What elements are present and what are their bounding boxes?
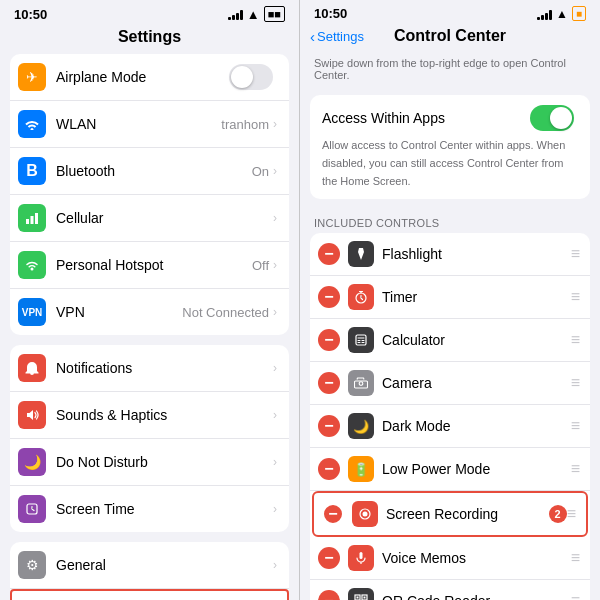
cellular-label: Cellular	[56, 210, 273, 226]
notifications-chevron: ›	[273, 361, 277, 375]
timer-control-row[interactable]: − Timer ≡	[310, 276, 590, 319]
qrcode-control-row[interactable]: − QR Code Reader ≡	[310, 580, 590, 600]
general-icon: ⚙	[18, 551, 46, 579]
access-within-apps-box: Access Within Apps Allow access to Contr…	[310, 95, 590, 199]
left-time: 10:50	[14, 7, 47, 22]
lowpower-control-row[interactable]: − 🔋 Low Power Mode ≡	[310, 448, 590, 491]
cellular-row[interactable]: Cellular ›	[10, 195, 289, 242]
vpn-value: Not Connected	[182, 305, 269, 320]
darkmode-control-row[interactable]: − 🌙 Dark Mode ≡	[310, 405, 590, 448]
vpn-row[interactable]: VPN VPN Not Connected ›	[10, 289, 289, 335]
right-panel: 10:50 ▲ ■ ‹ Settings Control Center Swip…	[300, 0, 600, 600]
camera-drag-handle[interactable]: ≡	[571, 374, 580, 392]
wlan-value: tranhom	[221, 117, 269, 132]
calculator-remove-btn[interactable]: −	[318, 329, 340, 351]
right-status-icons: ▲ ■	[537, 6, 586, 21]
hotspot-label: Personal Hotspot	[56, 257, 252, 273]
access-desc: Allow access to Control Center within ap…	[322, 139, 565, 187]
hotspot-value: Off	[252, 258, 269, 273]
qrcode-remove-btn[interactable]: −	[318, 590, 340, 600]
sounds-label: Sounds & Haptics	[56, 407, 273, 423]
hotspot-row[interactable]: Personal Hotspot Off ›	[10, 242, 289, 289]
calculator-control-row[interactable]: − Calculator ≡	[310, 319, 590, 362]
vpn-chevron: ›	[273, 305, 277, 319]
voicememo-icon	[348, 545, 374, 571]
darkmode-remove-btn[interactable]: −	[318, 415, 340, 437]
camera-icon	[348, 370, 374, 396]
screenrec-icon	[352, 501, 378, 527]
notifications-label: Notifications	[56, 360, 273, 376]
timer-drag-handle[interactable]: ≡	[571, 288, 580, 306]
wlan-row[interactable]: WLAN tranhom ›	[10, 101, 289, 148]
flashlight-drag-handle[interactable]: ≡	[571, 245, 580, 263]
flashlight-remove-btn[interactable]: −	[318, 243, 340, 265]
notifications-row[interactable]: Notifications ›	[10, 345, 289, 392]
screentime-row[interactable]: Screen Time ›	[10, 486, 289, 532]
timer-remove-btn[interactable]: −	[318, 286, 340, 308]
controlcenter-row[interactable]: Control Center 1 ›	[10, 589, 289, 600]
back-label: Settings	[317, 29, 364, 44]
svg-point-17	[363, 512, 368, 517]
screentime-chevron: ›	[273, 502, 277, 516]
screenrec-badge: 2	[549, 505, 567, 523]
calculator-icon	[348, 327, 374, 353]
flashlight-icon	[348, 241, 374, 267]
svg-rect-14	[356, 335, 366, 345]
dnd-row[interactable]: 🌙 Do Not Disturb ›	[10, 439, 289, 486]
bluetooth-row[interactable]: B Bluetooth On ›	[10, 148, 289, 195]
right-battery-icon: ■	[572, 6, 586, 21]
svg-rect-24	[364, 597, 366, 599]
lowpower-drag-handle[interactable]: ≡	[571, 460, 580, 478]
notifications-icon	[18, 354, 46, 382]
darkmode-drag-handle[interactable]: ≡	[571, 417, 580, 435]
voicememo-remove-btn[interactable]: −	[318, 547, 340, 569]
screenrec-control-row[interactable]: − Screen Recording 2 ≡	[312, 491, 588, 537]
dnd-label: Do Not Disturb	[56, 454, 273, 470]
bluetooth-icon: B	[18, 157, 46, 185]
sounds-row[interactable]: Sounds & Haptics ›	[10, 392, 289, 439]
general-row[interactable]: ⚙ General ›	[10, 542, 289, 589]
camera-remove-btn[interactable]: −	[318, 372, 340, 394]
qrcode-icon	[348, 588, 374, 600]
flashlight-control-row[interactable]: − Flashlight ≡	[310, 233, 590, 276]
left-status-bar: 10:50 ▲ ■■	[0, 0, 299, 26]
darkmode-icon: 🌙	[348, 413, 374, 439]
timer-label: Timer	[382, 289, 571, 305]
voicememo-label: Voice Memos	[382, 550, 571, 566]
lowpower-icon: 🔋	[348, 456, 374, 482]
wlan-icon	[18, 110, 46, 138]
airplane-toggle[interactable]	[229, 64, 273, 90]
access-row: Access Within Apps	[322, 105, 578, 131]
left-status-icons: ▲ ■■	[228, 6, 285, 22]
general-label: General	[56, 557, 273, 573]
voicememo-control-row[interactable]: − Voice Memos ≡	[310, 537, 590, 580]
access-toggle[interactable]	[530, 105, 574, 131]
camera-label: Camera	[382, 375, 571, 391]
general-chevron: ›	[273, 558, 277, 572]
camera-control-row[interactable]: − Camera ≡	[310, 362, 590, 405]
dnd-icon: 🌙	[18, 448, 46, 476]
left-panel-title: Settings	[0, 26, 299, 54]
calculator-label: Calculator	[382, 332, 571, 348]
nav-bar: ‹ Settings Control Center	[300, 25, 600, 51]
qrcode-drag-handle[interactable]: ≡	[571, 592, 580, 600]
dnd-chevron: ›	[273, 455, 277, 469]
system1-group: Notifications › Sounds & Haptics › 🌙 Do …	[10, 345, 289, 532]
airplane-icon: ✈	[18, 63, 46, 91]
right-panel-title: Control Center	[394, 27, 506, 45]
right-time: 10:50	[314, 6, 347, 21]
back-button[interactable]: ‹ Settings	[310, 28, 364, 45]
lowpower-remove-btn[interactable]: −	[318, 458, 340, 480]
svg-rect-2	[35, 213, 38, 224]
timer-icon	[348, 284, 374, 310]
back-chevron-icon: ‹	[310, 28, 315, 45]
voicememo-drag-handle[interactable]: ≡	[571, 549, 580, 567]
airplane-row[interactable]: ✈ Airplane Mode	[10, 54, 289, 101]
calculator-drag-handle[interactable]: ≡	[571, 331, 580, 349]
screenrec-drag-handle[interactable]: ≡	[567, 505, 576, 523]
bluetooth-label: Bluetooth	[56, 163, 252, 179]
screenrec-label: Screen Recording	[386, 506, 543, 522]
hotspot-icon	[18, 251, 46, 279]
right-content: Swipe down from the top-right edge to op…	[300, 51, 600, 600]
screenrec-remove-btn[interactable]: −	[322, 503, 344, 525]
